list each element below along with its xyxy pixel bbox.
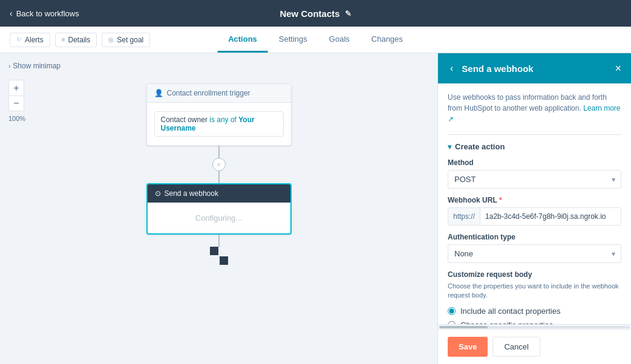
auth-type-form-group: Authentication type None API Key OAuth2 … [448, 233, 621, 263]
top-bar: ‹ Back to workflows New Contacts ✎ [0, 0, 631, 27]
remove-connector-button[interactable]: × [212, 158, 226, 171]
panel-back-button[interactable]: ‹ [448, 60, 456, 76]
panel-header-left: ‹ Send a webhook [448, 60, 534, 76]
action-body: Configuring... [148, 203, 290, 233]
webhook-url-label: Webhook URL * [448, 196, 621, 204]
minimap-chevron-icon: › [8, 63, 10, 70]
details-label: Details [68, 36, 91, 44]
customize-body-label: Customize request body [448, 270, 621, 279]
webhook-url-form-group: Webhook URL * https:// [448, 196, 621, 226]
tab-goals[interactable]: Goals [318, 27, 361, 53]
auth-type-label: Authentication type [448, 233, 621, 241]
back-to-workflows-button[interactable]: ‹ Back to workflows [10, 8, 79, 18]
required-star: * [499, 196, 502, 204]
main-layout: › Show minimap + − 100% 👤 Contact enroll… [0, 53, 631, 364]
trigger-header: 👤 Contact enrollment trigger [147, 84, 291, 103]
url-prefix: https:// [448, 208, 480, 225]
set-goal-button[interactable]: ◎ Set goal [102, 33, 150, 47]
create-action-label: Create action [455, 142, 505, 151]
minimap-toggle[interactable]: › Show minimap [8, 62, 60, 70]
plus-area [210, 235, 228, 265]
method-form-group: Method POST GET ▾ [448, 158, 621, 189]
edit-title-icon[interactable]: ✎ [345, 9, 351, 18]
zoom-in-button[interactable]: + [8, 80, 24, 96]
auth-type-select-wrapper: None API Key OAuth2 ▾ [448, 244, 621, 263]
cancel-button[interactable]: Cancel [492, 337, 540, 357]
back-arrow-icon: ‹ [10, 8, 13, 18]
section-divider-1 [448, 134, 621, 135]
method-select-wrapper: POST GET ▾ [448, 170, 621, 189]
set-goal-label: Set goal [117, 36, 143, 44]
enrollment-icon: 👤 [154, 89, 163, 97]
grid-cell-3 [210, 256, 218, 265]
method-label: Method [448, 158, 621, 167]
plus-connector-line [218, 235, 220, 247]
configuring-text: Configuring... [195, 213, 242, 223]
sub-nav: ⚐ Alerts ≡ Details ◎ Set goal Actions Se… [0, 27, 631, 53]
left-nav-buttons: ⚐ Alerts ≡ Details ◎ Set goal [10, 33, 150, 47]
connector-line-1 [218, 146, 220, 158]
details-icon: ≡ [62, 36, 65, 43]
connector-1: × [212, 146, 226, 183]
panel-body: Use webhooks to pass information back an… [438, 83, 631, 324]
scroll-track [439, 326, 630, 328]
add-action-button[interactable] [210, 247, 228, 265]
details-button[interactable]: ≡ Details [55, 33, 97, 47]
webhook-icon: ⊙ [155, 189, 161, 198]
panel-header: ‹ Send a webhook × [438, 53, 631, 83]
zoom-out-button[interactable]: − [8, 96, 24, 111]
webhook-url-input[interactable] [480, 208, 621, 225]
panel-title: Send a webhook [462, 63, 533, 74]
save-button[interactable]: Save [448, 337, 488, 357]
tab-settings[interactable]: Settings [268, 27, 318, 53]
radio-all-contact-props[interactable]: Include all contact properties [448, 307, 621, 316]
create-action-chevron: ▾ [448, 143, 451, 151]
minimap-label: Show minimap [13, 62, 60, 70]
workflow-name: New Contacts [280, 8, 339, 19]
grid-cell-2 [220, 247, 228, 255]
back-label: Back to workflows [16, 9, 79, 18]
webhook-url-input-wrapper: https:// [448, 207, 621, 226]
action-label: Send a webhook [165, 189, 218, 198]
create-action-section-header[interactable]: ▾ Create action [448, 142, 621, 151]
panel-scrollbar[interactable] [438, 324, 631, 329]
filter-pill: Contact owner is any of Your Username [154, 111, 284, 137]
zoom-level: 100% [8, 115, 25, 122]
panel-intro: Use webhooks to pass information back an… [448, 92, 621, 125]
right-panel: ‹ Send a webhook × Use webhooks to pass … [437, 53, 631, 364]
scroll-thumb [439, 326, 488, 328]
grid-cell-4 [220, 256, 228, 265]
goal-icon: ◎ [108, 36, 114, 43]
panel-close-button[interactable]: × [615, 62, 621, 75]
filter-property: Contact owner [161, 115, 208, 124]
alerts-icon: ⚐ [16, 36, 22, 43]
customize-body-form-group: Customize request body Choose the proper… [448, 270, 621, 324]
grid-cell-1 [210, 247, 218, 255]
radio-group: Include all contact properties Choose sp… [448, 307, 621, 324]
trigger-body: Contact owner is any of Your Username [147, 103, 291, 145]
trigger-node[interactable]: 👤 Contact enrollment trigger Contact own… [146, 83, 292, 146]
trigger-label: Contact enrollment trigger [167, 89, 250, 97]
nav-tabs: Actions Settings Goals Changes [217, 27, 414, 53]
workflow-title: New Contacts ✎ [280, 8, 351, 19]
tab-actions[interactable]: Actions [217, 27, 268, 53]
zoom-controls: + − [8, 80, 24, 111]
method-select[interactable]: POST GET [448, 170, 621, 189]
alerts-button[interactable]: ⚐ Alerts [10, 33, 50, 47]
action-node[interactable]: ⊙ Send a webhook Configuring... [146, 183, 292, 235]
tab-changes[interactable]: Changes [361, 27, 414, 53]
auth-type-select[interactable]: None API Key OAuth2 [448, 244, 621, 263]
action-header: ⊙ Send a webhook [148, 184, 290, 203]
customize-desc: Choose the properties you want to includ… [448, 282, 621, 301]
alerts-label: Alerts [25, 36, 44, 44]
radio-all-label: Include all contact properties [460, 307, 560, 316]
connector-line-2 [218, 171, 220, 183]
radio-all-input[interactable] [448, 307, 456, 315]
panel-footer: Save Cancel [438, 329, 631, 364]
workflow-canvas[interactable]: › Show minimap + − 100% 👤 Contact enroll… [0, 53, 437, 364]
filter-operator: is any of [209, 115, 238, 124]
workflow-area: 👤 Contact enrollment trigger Contact own… [146, 83, 292, 265]
